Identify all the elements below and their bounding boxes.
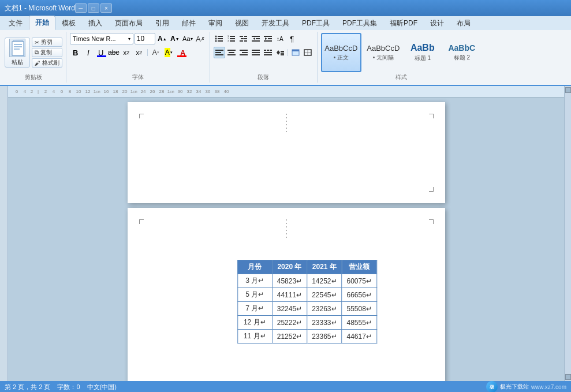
cell-rev-4: 48555↵	[342, 316, 376, 330]
tab-mail[interactable]: 邮件	[176, 16, 202, 30]
watermark-url: www.xz7.com	[531, 384, 566, 390]
multi-level-list-button[interactable]	[238, 33, 249, 44]
col-2020: 2020 年	[272, 260, 307, 274]
align-left-button[interactable]	[214, 47, 225, 58]
tab-layout[interactable]: 页面布局	[109, 16, 149, 30]
underline-button[interactable]: U	[95, 47, 107, 58]
style-heading2-label: 标题 2	[454, 54, 470, 62]
page-2: 月份 2020 年 2021 年 营业额 3 月↵ 45823↵ 14252↵ …	[128, 208, 445, 381]
decrease-indent-button[interactable]	[250, 33, 262, 44]
svg-rect-47	[264, 54, 272, 55]
paste-label: 粘贴	[12, 58, 23, 66]
style-no-spacing[interactable]: AaBbCcD • 无间隔	[363, 33, 404, 72]
corner-tl-1	[139, 114, 144, 118]
svg-rect-32	[215, 52, 221, 53]
doc-dots-1	[286, 114, 287, 132]
numbered-list-button[interactable]: 1.2.3.	[226, 33, 237, 44]
right-scrollbar[interactable]	[564, 86, 571, 381]
style-no-spacing-sample: AaBbCcD	[367, 44, 400, 53]
tab-references[interactable]: 引用	[149, 16, 176, 30]
close-button[interactable]: ×	[100, 3, 112, 13]
superscript-button[interactable]: x2	[133, 47, 145, 58]
tab-pdf[interactable]: PDF工具	[296, 16, 336, 30]
svg-rect-42	[252, 54, 260, 55]
text-effect-button[interactable]: A▾	[150, 47, 162, 58]
styles-group: AaBbCcD • 正文 AaBbCcD • 无间隔 AaBb 标题 1 AaB…	[319, 32, 486, 83]
clear-format-button[interactable]: A✗	[195, 33, 206, 44]
svg-marker-48	[277, 50, 280, 53]
table-row: 12 月↵ 25222↵ 23333↵ 48555↵	[237, 316, 376, 330]
style-normal-label: • 正文	[334, 54, 349, 62]
style-normal-sample: AaBbCcD	[324, 44, 357, 53]
decrease-font-button[interactable]: A▼	[169, 33, 181, 44]
style-heading1[interactable]: AaBb 标题 1	[405, 33, 440, 72]
svg-rect-21	[244, 38, 247, 39]
tab-dev[interactable]: 开发工具	[255, 16, 296, 30]
scroll-up-button[interactable]	[565, 87, 571, 93]
tab-file[interactable]: 文件	[2, 16, 29, 30]
paste-button[interactable]: 粘贴	[5, 38, 30, 68]
tab-design[interactable]: 设计	[424, 16, 450, 30]
font-color-button[interactable]: A	[176, 47, 191, 58]
page-count: 第 2 页，共 2 页	[5, 383, 50, 391]
svg-rect-8	[218, 38, 223, 39]
italic-button[interactable]: I	[83, 47, 94, 58]
cell-rev-3: 55508↵	[342, 302, 376, 316]
cell-2021-2: 22545↵	[307, 288, 342, 302]
tab-review[interactable]: 审阅	[202, 16, 229, 30]
format-painter-button[interactable]: 🖌 格式刷	[32, 58, 62, 68]
word-count: 字数：0	[57, 383, 80, 391]
svg-rect-10	[218, 40, 223, 42]
table-row: 7 月↵ 32245↵ 23263↵ 55508↵	[237, 302, 376, 316]
align-right-button[interactable]	[238, 47, 249, 58]
corner-br-1	[429, 187, 434, 192]
font-size-selector[interactable]: 10	[135, 33, 155, 44]
tab-foxitpdf[interactable]: 福昕PDF	[383, 16, 424, 30]
cell-2020-1: 45823↵	[272, 274, 307, 288]
tab-view[interactable]: 视图	[229, 16, 255, 30]
pages-container[interactable]: 月份 2020 年 2021 年 营业额 3 月↵ 45823↵ 14252↵ …	[8, 98, 564, 381]
minimize-button[interactable]: ─	[75, 3, 87, 13]
justify-button[interactable]	[250, 47, 262, 58]
border-button[interactable]	[302, 47, 314, 58]
font-row2: B I U abc x2 x2 A▾ A ▾	[70, 47, 191, 58]
svg-rect-29	[268, 38, 272, 39]
tab-pagelayout[interactable]: 布局	[450, 16, 477, 30]
table-row: 5 月↵ 44111↵ 22545↵ 66656↵	[237, 288, 376, 302]
paragraph-group-label: 段落	[257, 72, 269, 81]
align-center-button[interactable]	[226, 47, 237, 58]
svg-rect-12	[230, 36, 235, 37]
copy-label: 复制	[40, 48, 52, 57]
shading-button[interactable]	[290, 47, 301, 58]
sort-button[interactable]: ↕A	[274, 33, 286, 44]
tab-template[interactable]: 模板	[55, 16, 82, 30]
increase-font-button[interactable]: A▲	[156, 33, 168, 44]
svg-rect-33	[215, 54, 223, 55]
line-spacing-button[interactable]	[274, 47, 286, 58]
change-case-button[interactable]: Aa▾	[182, 33, 193, 44]
style-heading2[interactable]: AaBbC 标题 2	[442, 33, 482, 72]
bold-button[interactable]: B	[70, 47, 81, 58]
table-header-row: 月份 2020 年 2021 年 营业额	[237, 260, 376, 274]
show-marks-button[interactable]: ¶	[286, 33, 298, 44]
tab-home[interactable]: 开始	[29, 16, 55, 30]
increase-indent-button[interactable]	[262, 33, 274, 44]
paragraph-group: 1.2.3. ↕A ¶	[211, 32, 318, 83]
subscript-button[interactable]: x2	[121, 47, 132, 58]
bullet-list-button[interactable]	[214, 33, 225, 44]
font-name-selector[interactable]: Times New R... ▾	[70, 33, 133, 44]
highlight-button[interactable]: A ▾	[163, 47, 174, 58]
strikethrough-button[interactable]: abc	[108, 47, 120, 58]
cell-2020-3: 32245↵	[272, 302, 307, 316]
copy-button[interactable]: ⧉ 复制	[32, 48, 62, 57]
distribute-align-button[interactable]	[262, 47, 274, 58]
cut-button[interactable]: ✂ 剪切	[32, 38, 62, 47]
scroll-down-button[interactable]	[565, 374, 571, 380]
style-normal[interactable]: AaBbCcD • 正文	[321, 33, 361, 72]
tab-insert[interactable]: 插入	[82, 16, 109, 30]
svg-rect-37	[240, 50, 248, 51]
svg-rect-40	[252, 50, 260, 51]
tab-pdfset[interactable]: PDF工具集	[336, 16, 383, 30]
font-name-dropdown-icon: ▾	[128, 36, 130, 42]
maximize-button[interactable]: □	[88, 3, 99, 13]
